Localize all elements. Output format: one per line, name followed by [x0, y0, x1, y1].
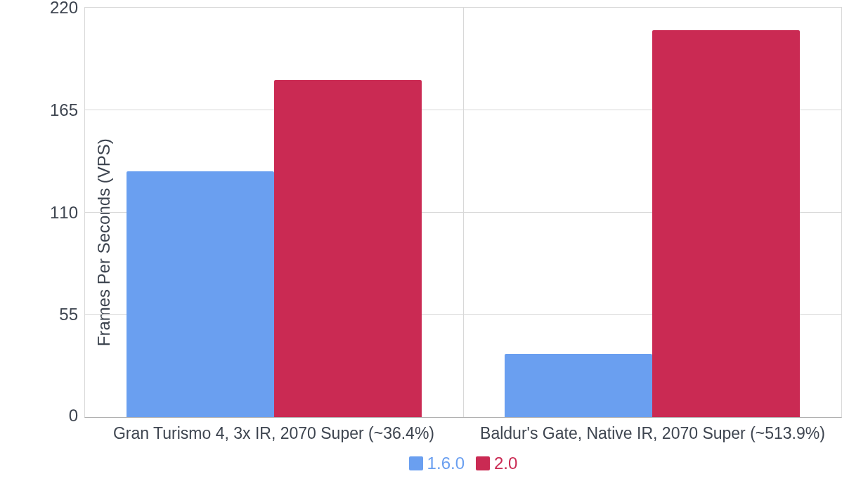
plot-area: 0 55 110 165 220: [84, 7, 842, 418]
legend-item-1[interactable]: 2.0: [476, 454, 517, 473]
bar-group-1: [464, 8, 842, 417]
legend-swatch-icon: [476, 456, 490, 470]
legend: 1.6.0 2.0: [84, 454, 842, 473]
bar-group-0: [85, 8, 464, 417]
legend-item-0[interactable]: 1.6.0: [409, 454, 465, 473]
bar-s1-c0: [274, 80, 422, 417]
category-label-0: Gran Turismo 4, 3x IR, 2070 Super (~36.4…: [84, 421, 463, 443]
y-tick-220: 220: [50, 0, 85, 18]
category-labels: Gran Turismo 4, 3x IR, 2070 Super (~36.4…: [84, 421, 842, 443]
y-tick-55: 55: [59, 305, 85, 324]
bar-s0-c0: [127, 171, 274, 417]
legend-label: 2.0: [494, 454, 517, 473]
bar-groups: [85, 8, 841, 417]
y-tick-0: 0: [69, 406, 85, 426]
category-label-1: Baldur's Gate, Native IR, 2070 Super (~5…: [463, 421, 842, 443]
chart-container: Frames Per Seconds (VPS) 0 55 110 165 22…: [0, 0, 868, 488]
legend-label: 1.6.0: [427, 454, 465, 473]
y-tick-110: 110: [50, 203, 85, 223]
bar-s1-c1: [652, 30, 800, 417]
bar-s0-c1: [505, 354, 652, 417]
legend-swatch-icon: [409, 456, 423, 470]
y-tick-165: 165: [50, 100, 85, 120]
